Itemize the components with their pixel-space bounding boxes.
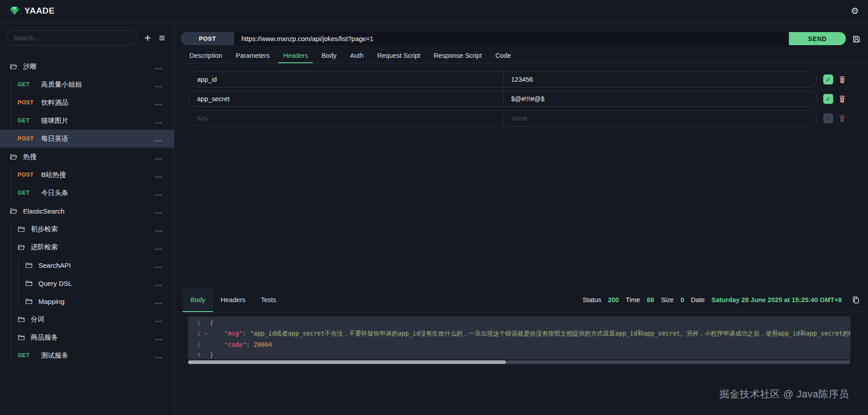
sidebar-folder-item[interactable]: 进阶检索... xyxy=(0,238,174,256)
item-menu-ellipsis-icon[interactable]: ... xyxy=(155,135,162,143)
sidebar-folder-item[interactable]: 沙雕... xyxy=(0,57,174,75)
response-body-editor[interactable]: 1{2▾"msg": "app_id或者app_secret不合法，不要怀疑你申… xyxy=(188,317,850,359)
header-value-input[interactable] xyxy=(503,91,817,107)
settings-gear-icon[interactable]: ⚙ xyxy=(851,6,859,15)
folder-open-icon xyxy=(10,63,17,70)
meta-label-date: Date xyxy=(691,296,705,303)
sidebar-folder-item[interactable]: SearchAPI... xyxy=(0,256,174,274)
item-menu-ellipsis-icon[interactable]: ... xyxy=(155,316,162,323)
sidebar-folder-item[interactable]: ElasticSearch... xyxy=(0,202,174,220)
meta-label-status: Status xyxy=(583,296,601,303)
save-request-icon[interactable] xyxy=(853,35,860,43)
tree-group: POSTB站热搜...GET今日头条... xyxy=(0,166,174,202)
sidebar-request-item[interactable]: GET高质量小姐姐... xyxy=(0,75,174,93)
header-value-input[interactable] xyxy=(503,72,817,87)
search-input[interactable] xyxy=(6,30,137,46)
sidebar-search-row: + ≡ xyxy=(0,22,174,46)
scrollbar-thumb[interactable] xyxy=(188,360,506,364)
item-label: ElasticSearch xyxy=(23,207,65,215)
header-row: ✓ xyxy=(189,110,846,126)
response-tab-tests[interactable]: Tests xyxy=(253,288,284,312)
request-tab-code[interactable]: Code xyxy=(489,48,518,63)
delete-header-trash-icon[interactable] xyxy=(838,95,846,103)
header-enabled-checkbox[interactable]: ✓ xyxy=(823,75,833,84)
header-enabled-checkbox[interactable]: ✓ xyxy=(823,113,833,123)
sidebar-folder-item[interactable]: Query DSL... xyxy=(0,274,174,292)
meta-value-status: 200 xyxy=(608,296,619,303)
method-select[interactable]: POST xyxy=(181,32,234,45)
item-menu-ellipsis-icon[interactable]: ... xyxy=(155,171,162,179)
send-button[interactable]: SEND xyxy=(789,32,846,45)
delete-header-trash-icon[interactable] xyxy=(838,114,846,122)
sidebar-folder-item[interactable]: 初步检索... xyxy=(0,220,174,238)
item-label: 进阶检索 xyxy=(31,243,58,252)
request-tab-request-script[interactable]: Request Script xyxy=(370,48,427,63)
request-tabs: DescriptionParametersHeadersBodyAuthRequ… xyxy=(183,48,868,63)
fold-spacer xyxy=(203,318,210,328)
request-tab-response-script[interactable]: Response Script xyxy=(427,48,488,63)
add-collection-button[interactable]: + xyxy=(144,32,152,44)
item-menu-ellipsis-icon[interactable]: ... xyxy=(155,117,162,125)
line-number: 4 xyxy=(188,350,203,359)
fold-spacer xyxy=(203,350,210,359)
sidebar-request-item[interactable]: GET测试服务... xyxy=(0,346,174,364)
sidebar-request-item[interactable]: GET猫咪图片... xyxy=(0,112,174,130)
collections-menu-icon[interactable]: ≡ xyxy=(158,32,166,44)
header-key-value-pill xyxy=(189,71,817,88)
method-badge: GET xyxy=(18,81,41,88)
sidebar-folder-item[interactable]: 热搜... xyxy=(0,148,174,166)
sidebar-request-item[interactable]: POSTB站热搜... xyxy=(0,166,174,184)
editor-horizontal-scrollbar[interactable] xyxy=(188,360,850,364)
item-menu-ellipsis-icon[interactable]: ... xyxy=(155,225,162,233)
fold-chevron-down-icon[interactable]: ▾ xyxy=(203,328,210,340)
item-menu-ellipsis-icon[interactable]: ... xyxy=(155,63,162,70)
header-key-input[interactable] xyxy=(189,111,503,126)
copy-response-icon[interactable] xyxy=(852,296,859,303)
item-menu-ellipsis-icon[interactable]: ... xyxy=(155,280,162,287)
code-line: 4} xyxy=(188,350,850,359)
response-tab-body[interactable]: Body xyxy=(183,288,213,312)
item-menu-ellipsis-icon[interactable]: ... xyxy=(155,298,162,305)
meta-value-date: Saturday 28 June 2025 at 15:25:40 GMT+8 xyxy=(712,296,842,303)
item-label: Query DSL xyxy=(38,280,72,287)
header-row: ✓ xyxy=(189,91,846,107)
item-menu-ellipsis-icon[interactable]: ... xyxy=(155,334,162,341)
folder-open-icon xyxy=(10,154,17,160)
header-enabled-checkbox[interactable]: ✓ xyxy=(823,94,833,104)
request-tab-body[interactable]: Body xyxy=(315,48,343,63)
item-label: 每日英语 xyxy=(41,135,68,143)
item-menu-ellipsis-icon[interactable]: ... xyxy=(155,81,162,89)
item-menu-ellipsis-icon[interactable]: ... xyxy=(155,99,162,107)
item-menu-ellipsis-icon[interactable]: ... xyxy=(155,207,162,215)
sidebar-request-item[interactable]: POST饮料酒品... xyxy=(0,93,174,112)
item-label: 初步检索 xyxy=(31,225,58,233)
top-bar: YAADE ⚙ xyxy=(0,0,868,22)
response-tab-headers[interactable]: Headers xyxy=(213,288,253,312)
delete-header-trash-icon[interactable] xyxy=(838,75,846,84)
header-key-input[interactable] xyxy=(189,72,503,87)
request-tab-auth[interactable]: Auth xyxy=(343,48,370,63)
tree-group: GET高质量小姐姐...POST饮料酒品...GET猫咪图片...POST每日英… xyxy=(0,75,174,148)
item-menu-ellipsis-icon[interactable]: ... xyxy=(155,153,162,161)
item-menu-ellipsis-icon[interactable]: ... xyxy=(155,261,162,269)
response-tabs: BodyHeadersTests xyxy=(183,288,284,312)
item-menu-ellipsis-icon[interactable]: ... xyxy=(155,243,162,251)
request-tab-parameters[interactable]: Parameters xyxy=(229,48,277,63)
item-menu-ellipsis-icon[interactable]: ... xyxy=(155,352,162,359)
header-key-input[interactable] xyxy=(189,91,503,107)
request-tab-description[interactable]: Description xyxy=(183,48,229,63)
sidebar-folder-item[interactable]: 商品服务... xyxy=(0,328,174,346)
method-badge: POST xyxy=(18,172,41,178)
line-number: 3 xyxy=(188,340,203,350)
sidebar-request-item[interactable]: POST每日英语... xyxy=(0,130,174,148)
url-input[interactable] xyxy=(234,32,789,45)
meta-value-time: 68 xyxy=(647,296,654,303)
request-tab-headers[interactable]: Headers xyxy=(276,48,315,63)
folder-open-icon xyxy=(10,208,17,214)
item-menu-ellipsis-icon[interactable]: ... xyxy=(155,189,162,197)
header-value-input[interactable] xyxy=(503,111,817,126)
sidebar-folder-item[interactable]: Mapping... xyxy=(0,292,174,310)
sidebar-folder-item[interactable]: 分词... xyxy=(0,310,174,328)
sidebar-request-item[interactable]: GET今日头条... xyxy=(0,184,174,202)
item-label: 猫咪图片 xyxy=(41,117,68,125)
